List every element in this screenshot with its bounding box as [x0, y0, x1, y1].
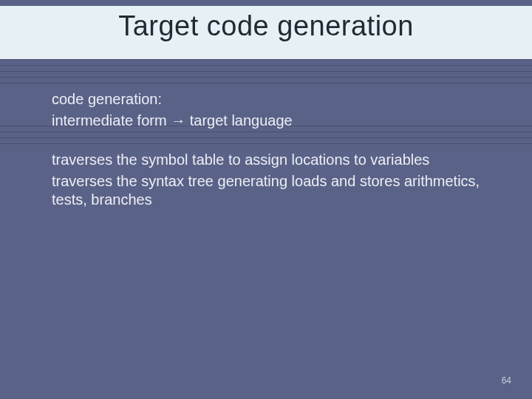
body-line-2: intermediate form → target language: [52, 112, 495, 130]
slide-body: code generation: intermediate form → tar…: [52, 90, 495, 212]
body-line-4: traverses the syntax tree generating loa…: [52, 172, 495, 209]
slide: Target code generation code generation: …: [0, 0, 532, 399]
slide-title: Target code generation: [0, 10, 532, 42]
page-number: 64: [502, 375, 511, 386]
body-line-1: code generation:: [52, 90, 495, 109]
body-line-3: traverses the symbol table to assign loc…: [52, 151, 495, 169]
